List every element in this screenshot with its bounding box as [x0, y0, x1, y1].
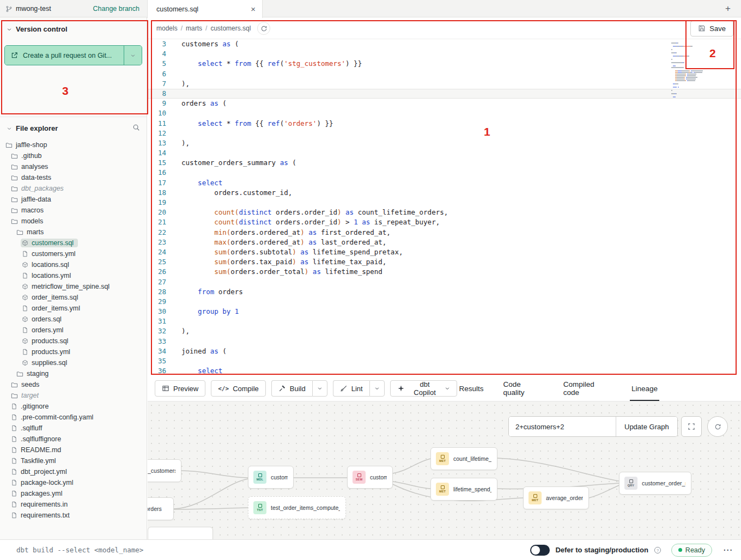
tree-item-dbt_project.yml[interactable]: dbt_project.yml	[0, 466, 147, 477]
code-line-29[interactable]: 29	[148, 297, 741, 307]
tree-item-target[interactable]: target	[0, 390, 147, 401]
tab-results[interactable]: Results	[457, 376, 485, 401]
code-editor[interactable]: 3customers as (45 select * from {{ ref('…	[148, 39, 741, 376]
code-line-5[interactable]: 5 select * from {{ ref('stg_customers') …	[148, 59, 741, 69]
save-button[interactable]: Save	[690, 21, 733, 36]
code-line-27[interactable]: 27	[148, 277, 741, 287]
lineage-node-count_lifetime_orders[interactable]: METcount_lifetime_orders	[430, 447, 497, 470]
tree-item-.github[interactable]: .github	[0, 150, 147, 161]
code-line-23[interactable]: 23 max(orders.ordered_at) as last_ordere…	[148, 238, 741, 247]
tree-item-metricflow_time_spine.sql[interactable]: metricflow_time_spine.sql	[0, 281, 147, 292]
tree-item-data-tests[interactable]: data-tests	[0, 172, 147, 183]
tree-item-order_items.yml[interactable]: order_items.yml	[0, 303, 147, 314]
code-line-32[interactable]: 32),	[148, 326, 741, 336]
tree-item-packages.yml[interactable]: packages.yml	[0, 488, 147, 499]
sync-button[interactable]	[257, 22, 270, 35]
tree-item-models[interactable]: models	[0, 216, 147, 227]
new-tab-button[interactable]: +	[721, 2, 734, 15]
tree-item-package-lock.yml[interactable]: package-lock.yml	[0, 477, 147, 488]
close-tab-icon[interactable]: ×	[251, 5, 256, 13]
tree-item-products.yml[interactable]: products.yml	[0, 346, 147, 357]
code-line-10[interactable]: 10	[148, 108, 741, 118]
code-line-14[interactable]: 14	[148, 148, 741, 158]
help-icon[interactable]: ?	[654, 546, 661, 554]
tree-item-analyses[interactable]: analyses	[0, 161, 147, 172]
code-line-12[interactable]: 12	[148, 129, 741, 138]
code-line-26[interactable]: 26 sum(orders.order_total) as lifetime_s…	[148, 267, 741, 277]
tree-item-jaffle-shop[interactable]: jaffle-shop	[0, 139, 147, 150]
code-line-28[interactable]: 28 from orders	[148, 287, 741, 297]
code-line-25[interactable]: 25 sum(orders.tax_paid) as lifetime_tax_…	[148, 257, 741, 267]
lineage-node-orders[interactable]: MDLorders	[148, 497, 174, 520]
create-pull-request-button[interactable]: Create a pull request on Git...	[5, 46, 124, 65]
tree-item-orders.sql[interactable]: orders.sql	[0, 314, 147, 325]
tree-item-jaffle-data[interactable]: jaffle-data	[0, 194, 147, 205]
code-line-21[interactable]: 21 count(distinct orders.order_id) > 1 a…	[148, 217, 741, 227]
code-line-4[interactable]: 4	[148, 49, 741, 59]
refresh-graph-button[interactable]	[707, 416, 728, 437]
code-line-35[interactable]: 35	[148, 356, 741, 366]
tree-item-macros[interactable]: macros	[0, 205, 147, 216]
fullscreen-button[interactable]	[681, 416, 702, 437]
lineage-node-customers[interactable]: SEMcustomers	[347, 466, 393, 489]
tree-item-.gitignore[interactable]: .gitignore	[0, 401, 147, 412]
code-line-34[interactable]: 34joined as (	[148, 346, 741, 356]
update-graph-button[interactable]: Update Graph	[616, 417, 677, 436]
file-explorer-header[interactable]: File explorer	[0, 117, 147, 135]
code-line-13[interactable]: 13),	[148, 138, 741, 148]
more-menu-button[interactable]: ⋯	[723, 544, 733, 556]
build-dropdown-button[interactable]	[312, 380, 327, 397]
lineage-node-stg_customers[interactable]: MDLstg_customers	[148, 459, 181, 482]
code-line-16[interactable]: 16	[148, 168, 741, 178]
editor-tab-customers-sql[interactable]: customers.sql ×	[147, 0, 263, 18]
graph-selector-input[interactable]	[509, 417, 616, 436]
code-line-8[interactable]: 8	[148, 89, 741, 99]
minimap[interactable]	[671, 42, 715, 98]
tree-item-Taskfile.yml[interactable]: Taskfile.yml	[0, 455, 147, 466]
lint-dropdown-button[interactable]	[369, 380, 385, 397]
tree-item-customers.yml[interactable]: customers.yml	[0, 248, 147, 259]
tree-item-README.md[interactable]: README.md	[0, 445, 147, 455]
tree-item-locations.yml[interactable]: locations.yml	[0, 270, 147, 281]
lineage-node-lifetime_spend_pretax[interactable]: METlifetime_spend_pretax	[430, 478, 497, 501]
code-line-18[interactable]: 18 orders.customer_id,	[148, 188, 741, 198]
tree-item-requirements.in[interactable]: requirements.in	[0, 499, 147, 510]
code-line-9[interactable]: 9orders as (	[148, 99, 741, 108]
code-line-22[interactable]: 22 min(orders.ordered_at) as first_order…	[148, 228, 741, 238]
tab-lineage[interactable]: Lineage	[630, 376, 659, 401]
tab-compiled-code[interactable]: Compiled code	[562, 376, 614, 401]
breadcrumb-models[interactable]: models	[156, 25, 178, 32]
tree-item-marts[interactable]: marts	[0, 227, 147, 238]
defer-toggle[interactable]	[530, 545, 550, 556]
tree-item-orders.yml[interactable]: orders.yml	[0, 325, 147, 336]
code-line-31[interactable]: 31	[148, 316, 741, 326]
lint-button[interactable]: Lint	[333, 380, 369, 397]
code-line-11[interactable]: 11 select * from {{ ref('orders') }}	[148, 119, 741, 129]
tree-item-.sqlfluffignore[interactable]: .sqlfluffignore	[0, 434, 147, 445]
tree-item-customers.sql[interactable]: customers.sql	[0, 238, 147, 248]
code-line-30[interactable]: 30 group by 1	[148, 307, 741, 316]
code-line-3[interactable]: 3customers as (	[148, 39, 741, 49]
file-search-button[interactable]	[132, 124, 140, 133]
lineage-node-partial[interactable]	[148, 527, 213, 539]
tree-item-staging[interactable]: staging	[0, 368, 147, 379]
tree-item-requirements.txt[interactable]: requirements.txt	[0, 510, 147, 521]
tree-item-locations.sql[interactable]: locations.sql	[0, 259, 147, 270]
preview-button[interactable]: Preview	[155, 380, 205, 397]
code-line-33[interactable]: 33	[148, 337, 741, 346]
code-line-15[interactable]: 15customer_orders_summary as (	[148, 158, 741, 168]
build-button[interactable]: Build	[271, 380, 312, 397]
code-line-19[interactable]: 19	[148, 198, 741, 208]
code-line-24[interactable]: 24 sum(orders.subtotal) as lifetime_spen…	[148, 247, 741, 257]
breadcrumb-marts[interactable]: marts	[186, 25, 202, 32]
code-line-36[interactable]: 36 select	[148, 366, 741, 376]
tree-item-.sqlfluff[interactable]: .sqlfluff	[0, 423, 147, 434]
code-line-7[interactable]: 7),	[148, 79, 741, 89]
tree-item-.pre-commit-config.yaml[interactable]: .pre-commit-config.yaml	[0, 412, 147, 423]
version-control-header[interactable]: Version control	[0, 17, 147, 36]
tree-item-products.sql[interactable]: products.sql	[0, 336, 147, 346]
lineage-node-average_order_value[interactable]: METaverage_order_value	[523, 486, 589, 509]
tree-item-seeds[interactable]: seeds	[0, 379, 147, 390]
tree-item-supplies.sql[interactable]: supplies.sql	[0, 357, 147, 368]
lineage-node-customer_order_metrics[interactable]: QRYcustomer_order_metrics	[619, 472, 691, 495]
